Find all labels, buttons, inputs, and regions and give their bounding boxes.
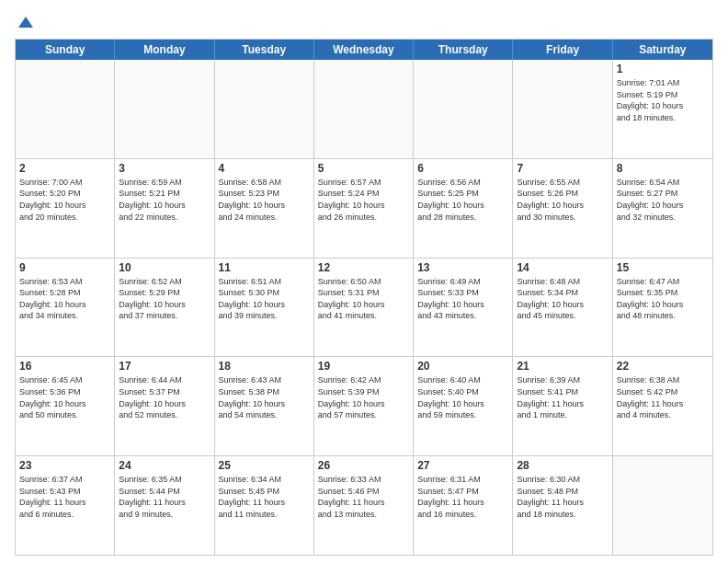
day-number: 28 — [517, 459, 608, 472]
day-number: 16 — [19, 360, 110, 373]
day-number: 24 — [119, 459, 210, 472]
day-info: Sunrise: 6:54 AM Sunset: 5:27 PM Dayligh… — [617, 177, 709, 223]
weekday-header-thursday: Thursday — [414, 40, 513, 60]
day-number: 3 — [119, 162, 210, 175]
calendar-body: 1Sunrise: 7:01 AM Sunset: 5:19 PM Daylig… — [16, 60, 712, 555]
calendar-cell — [613, 456, 712, 555]
calendar-cell: 23Sunrise: 6:37 AM Sunset: 5:43 PM Dayli… — [16, 456, 115, 555]
day-number: 5 — [318, 162, 409, 175]
day-info: Sunrise: 6:56 AM Sunset: 5:25 PM Dayligh… — [417, 177, 508, 223]
calendar-row-2: 9Sunrise: 6:53 AM Sunset: 5:28 PM Daylig… — [16, 259, 712, 358]
calendar-cell: 6Sunrise: 6:56 AM Sunset: 5:25 PM Daylig… — [414, 159, 513, 258]
day-number: 8 — [617, 162, 709, 175]
calendar-cell: 7Sunrise: 6:55 AM Sunset: 5:26 PM Daylig… — [513, 159, 612, 258]
day-info: Sunrise: 6:39 AM Sunset: 5:41 PM Dayligh… — [517, 374, 608, 420]
day-number: 23 — [19, 459, 110, 472]
calendar-cell: 4Sunrise: 6:58 AM Sunset: 5:23 PM Daylig… — [215, 159, 314, 258]
svg-marker-0 — [18, 17, 33, 28]
calendar-cell: 16Sunrise: 6:45 AM Sunset: 5:36 PM Dayli… — [16, 357, 115, 455]
calendar-cell: 27Sunrise: 6:31 AM Sunset: 5:47 PM Dayli… — [414, 456, 513, 555]
day-number: 26 — [318, 459, 409, 472]
day-info: Sunrise: 6:47 AM Sunset: 5:35 PM Dayligh… — [617, 276, 709, 322]
logo — [15, 15, 35, 33]
day-info: Sunrise: 6:31 AM Sunset: 5:47 PM Dayligh… — [417, 474, 508, 520]
day-info: Sunrise: 6:34 AM Sunset: 5:45 PM Dayligh… — [219, 474, 310, 520]
calendar-row-1: 2Sunrise: 7:00 AM Sunset: 5:20 PM Daylig… — [16, 159, 712, 259]
calendar-cell — [215, 60, 314, 158]
day-info: Sunrise: 6:58 AM Sunset: 5:23 PM Dayligh… — [219, 177, 310, 223]
calendar-cell: 26Sunrise: 6:33 AM Sunset: 5:46 PM Dayli… — [314, 456, 414, 555]
calendar-cell: 2Sunrise: 7:00 AM Sunset: 5:20 PM Daylig… — [16, 159, 115, 258]
day-info: Sunrise: 6:48 AM Sunset: 5:34 PM Dayligh… — [517, 276, 608, 322]
calendar-cell: 14Sunrise: 6:48 AM Sunset: 5:34 PM Dayli… — [513, 259, 612, 357]
calendar-cell: 24Sunrise: 6:35 AM Sunset: 5:44 PM Dayli… — [115, 456, 214, 555]
calendar-row-4: 23Sunrise: 6:37 AM Sunset: 5:43 PM Dayli… — [16, 456, 712, 555]
day-info: Sunrise: 6:43 AM Sunset: 5:38 PM Dayligh… — [219, 374, 310, 420]
day-info: Sunrise: 6:30 AM Sunset: 5:48 PM Dayligh… — [517, 474, 608, 520]
calendar-cell: 8Sunrise: 6:54 AM Sunset: 5:27 PM Daylig… — [613, 159, 712, 258]
page: SundayMondayTuesdayWednesdayThursdayFrid… — [0, 0, 728, 563]
day-info: Sunrise: 7:01 AM Sunset: 5:19 PM Dayligh… — [617, 77, 709, 123]
weekday-header-friday: Friday — [513, 40, 612, 60]
day-info: Sunrise: 6:38 AM Sunset: 5:42 PM Dayligh… — [617, 374, 709, 420]
weekday-header-tuesday: Tuesday — [215, 40, 314, 60]
day-number: 12 — [318, 261, 409, 274]
day-info: Sunrise: 6:33 AM Sunset: 5:46 PM Dayligh… — [318, 474, 409, 520]
day-info: Sunrise: 6:44 AM Sunset: 5:37 PM Dayligh… — [119, 374, 210, 420]
calendar-cell: 18Sunrise: 6:43 AM Sunset: 5:38 PM Dayli… — [215, 357, 314, 455]
day-info: Sunrise: 6:35 AM Sunset: 5:44 PM Dayligh… — [119, 474, 210, 520]
day-info: Sunrise: 6:57 AM Sunset: 5:24 PM Dayligh… — [318, 177, 409, 223]
day-number: 17 — [119, 360, 210, 373]
weekday-header-wednesday: Wednesday — [314, 40, 414, 60]
day-number: 13 — [417, 261, 508, 274]
day-number: 4 — [219, 162, 310, 175]
day-number: 18 — [219, 360, 310, 373]
day-number: 27 — [417, 459, 508, 472]
calendar-header: SundayMondayTuesdayWednesdayThursdayFrid… — [16, 40, 712, 60]
calendar-cell: 28Sunrise: 6:30 AM Sunset: 5:48 PM Dayli… — [513, 456, 612, 555]
calendar-cell: 3Sunrise: 6:59 AM Sunset: 5:21 PM Daylig… — [115, 159, 214, 258]
day-number: 6 — [417, 162, 508, 175]
day-info: Sunrise: 6:53 AM Sunset: 5:28 PM Dayligh… — [19, 276, 110, 322]
day-info: Sunrise: 6:59 AM Sunset: 5:21 PM Dayligh… — [119, 177, 210, 223]
calendar-cell: 13Sunrise: 6:49 AM Sunset: 5:33 PM Dayli… — [414, 259, 513, 357]
day-number: 25 — [219, 459, 310, 472]
calendar-cell — [115, 60, 214, 158]
calendar-row-0: 1Sunrise: 7:01 AM Sunset: 5:19 PM Daylig… — [16, 60, 712, 159]
calendar-cell: 11Sunrise: 6:51 AM Sunset: 5:30 PM Dayli… — [215, 259, 314, 357]
day-number: 19 — [318, 360, 409, 373]
day-number: 15 — [617, 261, 709, 274]
day-number: 10 — [119, 261, 210, 274]
calendar-cell: 19Sunrise: 6:42 AM Sunset: 5:39 PM Dayli… — [314, 357, 414, 455]
calendar-cell — [513, 60, 612, 158]
weekday-header-monday: Monday — [115, 40, 214, 60]
calendar-cell: 9Sunrise: 6:53 AM Sunset: 5:28 PM Daylig… — [16, 259, 115, 357]
calendar-cell — [314, 60, 414, 158]
calendar-cell — [16, 60, 115, 158]
calendar-cell: 25Sunrise: 6:34 AM Sunset: 5:45 PM Dayli… — [215, 456, 314, 555]
calendar-cell: 17Sunrise: 6:44 AM Sunset: 5:37 PM Dayli… — [115, 357, 214, 455]
day-info: Sunrise: 6:50 AM Sunset: 5:31 PM Dayligh… — [318, 276, 409, 322]
day-info: Sunrise: 6:55 AM Sunset: 5:26 PM Dayligh… — [517, 177, 608, 223]
day-info: Sunrise: 6:40 AM Sunset: 5:40 PM Dayligh… — [417, 374, 508, 420]
day-number: 11 — [219, 261, 310, 274]
day-info: Sunrise: 6:51 AM Sunset: 5:30 PM Dayligh… — [219, 276, 310, 322]
weekday-header-sunday: Sunday — [16, 40, 115, 60]
day-number: 2 — [19, 162, 110, 175]
day-number: 1 — [617, 63, 709, 75]
header — [15, 11, 713, 33]
calendar-cell: 22Sunrise: 6:38 AM Sunset: 5:42 PM Dayli… — [613, 357, 712, 455]
calendar-cell — [414, 60, 513, 158]
day-info: Sunrise: 6:52 AM Sunset: 5:29 PM Dayligh… — [119, 276, 210, 322]
calendar-cell: 21Sunrise: 6:39 AM Sunset: 5:41 PM Dayli… — [513, 357, 612, 455]
calendar-row-3: 16Sunrise: 6:45 AM Sunset: 5:36 PM Dayli… — [16, 357, 712, 456]
calendar-cell: 10Sunrise: 6:52 AM Sunset: 5:29 PM Dayli… — [115, 259, 214, 357]
day-info: Sunrise: 6:42 AM Sunset: 5:39 PM Dayligh… — [318, 374, 409, 420]
calendar-cell: 1Sunrise: 7:01 AM Sunset: 5:19 PM Daylig… — [613, 60, 712, 158]
calendar-cell: 12Sunrise: 6:50 AM Sunset: 5:31 PM Dayli… — [314, 259, 414, 357]
day-number: 20 — [417, 360, 508, 373]
day-number: 14 — [517, 261, 608, 274]
day-number: 7 — [517, 162, 608, 175]
day-info: Sunrise: 6:49 AM Sunset: 5:33 PM Dayligh… — [417, 276, 508, 322]
calendar: SundayMondayTuesdayWednesdayThursdayFrid… — [15, 39, 713, 556]
